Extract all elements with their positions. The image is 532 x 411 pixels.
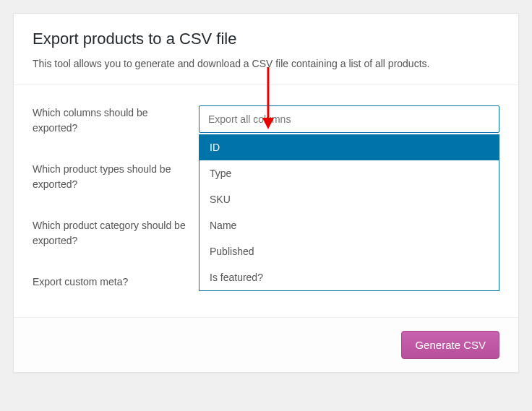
dropdown-option-sku[interactable]: SKU — [200, 186, 499, 212]
form-area: Which columns should be exported? Export… — [14, 85, 518, 317]
row-columns: Which columns should be exported? Export… — [33, 92, 499, 149]
page-title: Export products to a CSV file — [33, 30, 499, 48]
label-product-types: Which product types should be exported? — [33, 162, 199, 192]
dropdown-option-featured[interactable]: Is featured? — [200, 264, 499, 290]
label-columns: Which columns should be exported? — [33, 105, 199, 136]
field-columns: Export all columns ID Type SKU Name Publ… — [199, 105, 499, 133]
label-category: Which product category should be exporte… — [33, 218, 199, 248]
panel-footer: Generate CSV — [14, 317, 518, 372]
dropdown-option-type[interactable]: Type — [200, 160, 499, 186]
panel-header: Export products to a CSV file This tool … — [14, 14, 518, 85]
dropdown-option-id[interactable]: ID — [200, 134, 499, 160]
label-custom-meta: Export custom meta? — [33, 274, 199, 290]
dropdown-option-published[interactable]: Published — [200, 238, 499, 264]
dropdown-option-name[interactable]: Name — [200, 212, 499, 238]
columns-select[interactable]: Export all columns — [199, 105, 499, 133]
generate-csv-button[interactable]: Generate CSV — [401, 331, 499, 359]
export-panel: Export products to a CSV file This tool … — [13, 13, 519, 373]
page-description: This tool allows you to generate and dow… — [33, 57, 499, 72]
columns-dropdown: ID Type SKU Name Published Is featured? — [199, 134, 499, 291]
